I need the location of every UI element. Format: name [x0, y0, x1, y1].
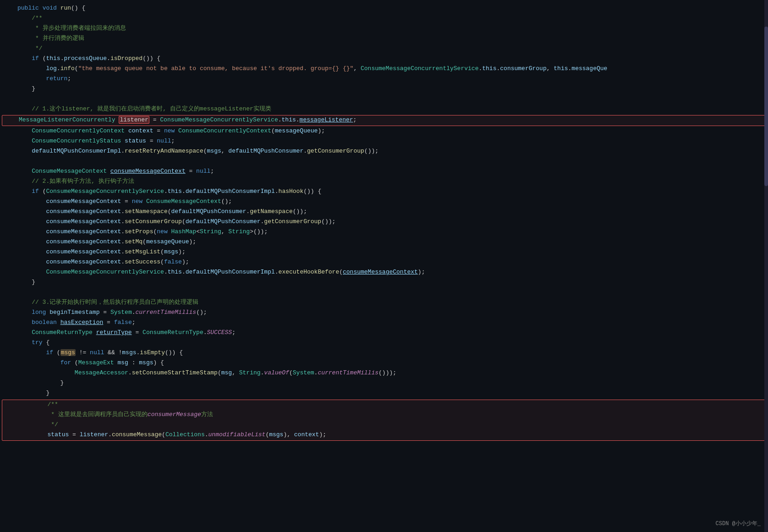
code-line: * 异步处理消费者端拉回来的消息	[0, 24, 768, 34]
code-line	[0, 94, 768, 104]
code-line: defaultMQPushConsumerImpl.resetRetryAndN…	[0, 147, 768, 157]
code-line: for (MessageExt msg : msgs) {	[0, 358, 768, 368]
code-line: // 2.如果有钩子方法, 执行钩子方法	[0, 177, 768, 187]
scrollbar-thumb[interactable]	[764, 27, 768, 186]
code-line	[0, 157, 768, 167]
code-line: ConsumeMessageConcurrentlyService.this.d…	[0, 268, 768, 278]
code-line: consumeMessageContext.setConsumerGroup(d…	[0, 217, 768, 227]
code-line: * 并行消费的逻辑	[0, 34, 768, 44]
code-line: /**	[0, 14, 768, 24]
code-line: log.info("the message queue not be able …	[0, 64, 768, 74]
code-line: ConsumeConcurrentlyStatus status = null;	[0, 137, 768, 147]
code-line: consumeMessageContext.setSuccess(false);	[0, 258, 768, 268]
code-line: public void run() {	[0, 4, 768, 14]
code-line: consumeMessageContext.setMsgList(msgs);	[0, 247, 768, 258]
code-line: }	[0, 278, 768, 288]
code-line: ConsumeReturnType returnType = ConsumeRe…	[0, 328, 768, 338]
code-line: }	[0, 84, 768, 94]
code-line: MessageListenerConcurrently listener = C…	[5, 115, 763, 126]
code-line: ConsumeConcurrentlyContext context = new…	[0, 126, 768, 137]
code-line: boolean hasException = false;	[0, 318, 768, 328]
code-line-status: status = listener.consumeMessage(Collect…	[5, 430, 763, 440]
code-line: consumeMessageContext = new ConsumeMessa…	[0, 197, 768, 207]
code-line: consumeMessageContext.setProps(new HashM…	[0, 227, 768, 237]
bottom-highlight-block: /** * 这里就是去回调程序员自己实现的consumerMessage方法 *…	[2, 400, 766, 441]
watermark: CSDN @小小少年_	[716, 520, 761, 527]
code-line: long beginTimestamp = System.currentTime…	[0, 308, 768, 318]
scrollbar[interactable]	[764, 0, 768, 532]
code-line: return;	[0, 74, 768, 84]
code-line	[0, 288, 768, 298]
highlighted-line: MessageListenerConcurrently listener = C…	[2, 115, 766, 126]
code-line: consumeMessageContext.setNamespace(defau…	[0, 207, 768, 217]
code-line-try: try {	[0, 338, 768, 348]
code-line: /**	[5, 400, 763, 410]
code-line: */	[0, 44, 768, 54]
code-line: // 1.这个listener, 就是我们在启动消费者时, 自己定义的messa…	[0, 104, 768, 115]
code-line: ConsumeMessageContext consumeMessageCont…	[0, 167, 768, 177]
code-line: // 3.记录开始执行时间，然后执行程序员自己声明的处理逻辑	[0, 298, 768, 308]
code-editor: public void run() { /** * 异步处理消费者端拉回来的消息…	[0, 0, 768, 532]
code-line: if (this.processQueue.isDropped()) {	[0, 54, 768, 64]
code-line: if (msgs != null && !msgs.isEmpty()) {	[0, 348, 768, 358]
code-line: }	[0, 378, 768, 389]
code-line: }	[0, 389, 768, 399]
code-line: * 这里就是去回调程序员自己实现的consumerMessage方法	[5, 410, 763, 420]
code-line: */	[5, 420, 763, 430]
code-line: MessageAccessor.setConsumeStartTimeStamp…	[0, 368, 768, 378]
code-line: consumeMessageContext.setMq(messageQueue…	[0, 237, 768, 247]
code-line: if (ConsumeMessageConcurrentlyService.th…	[0, 187, 768, 197]
